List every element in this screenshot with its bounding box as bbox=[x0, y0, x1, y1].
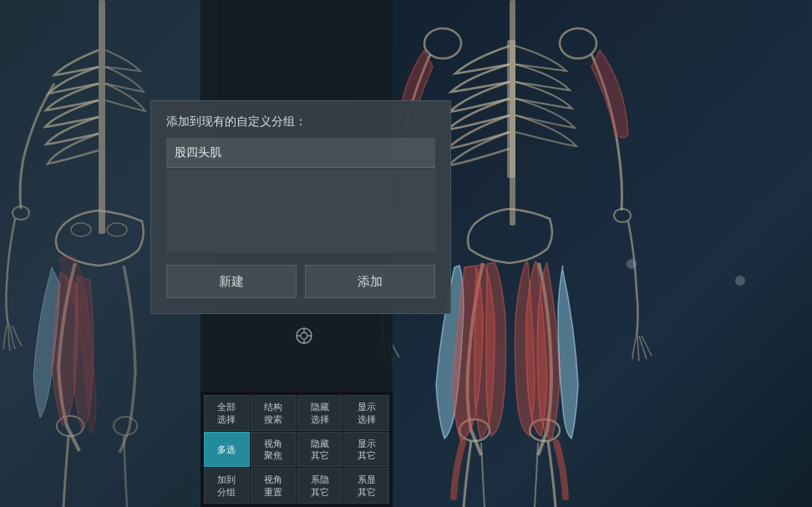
dialog-button-row: 新建 添加 bbox=[166, 265, 435, 298]
new-group-button[interactable]: 新建 bbox=[166, 265, 297, 298]
group-listbox[interactable] bbox=[166, 170, 435, 253]
svg-point-1 bbox=[71, 223, 91, 236]
svg-point-2 bbox=[107, 223, 127, 236]
toolbar-btn-show-other[interactable]: 显示 其它 bbox=[343, 432, 389, 468]
toolbar-btn-struct-search[interactable]: 结构 搜索 bbox=[251, 395, 297, 431]
add-to-group-button[interactable]: 添加 bbox=[305, 265, 435, 298]
toolbar-btn-multi-select[interactable]: 多选 bbox=[204, 432, 250, 468]
toolbar-btn-hide-select[interactable]: 隐藏 选择 bbox=[297, 395, 343, 431]
dialog-title: 添加到现有的自定义分组： bbox=[166, 114, 435, 129]
toolbar-btn-sys-hide[interactable]: 系隐 其它 bbox=[297, 468, 343, 504]
svg-point-11 bbox=[614, 209, 631, 222]
scene-container: 添加到现有的自定义分组： 新建 添加 全部 选择结构 搜索隐藏 选择显示 选择多… bbox=[0, 0, 812, 507]
add-group-dialog: 添加到现有的自定义分组： 新建 添加 bbox=[150, 100, 451, 314]
toolbar-btn-select-all[interactable]: 全部 选择 bbox=[204, 395, 250, 431]
toolbar-btn-view-reset[interactable]: 视角 重置 bbox=[251, 468, 297, 504]
toolbar-btn-add-group[interactable]: 加到 分组 bbox=[204, 468, 250, 504]
svg-point-9 bbox=[560, 28, 596, 58]
svg-rect-0 bbox=[99, 0, 105, 234]
group-name-input[interactable] bbox=[166, 138, 435, 168]
toolbar-btn-show-select[interactable]: 显示 选择 bbox=[343, 395, 389, 431]
toolbar-btn-sys-show[interactable]: 系显 其它 bbox=[343, 468, 389, 504]
center-panel: 添加到现有的自定义分组： 新建 添加 全部 选择结构 搜索隐藏 选择显示 选择多… bbox=[200, 0, 393, 507]
toolbar-btn-view-focus[interactable]: 视角 聚焦 bbox=[251, 432, 297, 468]
svg-rect-7 bbox=[507, 40, 515, 178]
svg-point-15 bbox=[301, 332, 307, 339]
target-icon[interactable] bbox=[294, 326, 314, 346]
toolbar-btn-hide-other[interactable]: 隐藏 其它 bbox=[297, 432, 343, 468]
svg-point-8 bbox=[424, 28, 461, 58]
bottom-toolbar: 全部 选择结构 搜索隐藏 选择显示 选择多选视角 聚焦隐藏 其它显示 其它加到 … bbox=[200, 392, 393, 507]
svg-point-4 bbox=[114, 417, 137, 435]
